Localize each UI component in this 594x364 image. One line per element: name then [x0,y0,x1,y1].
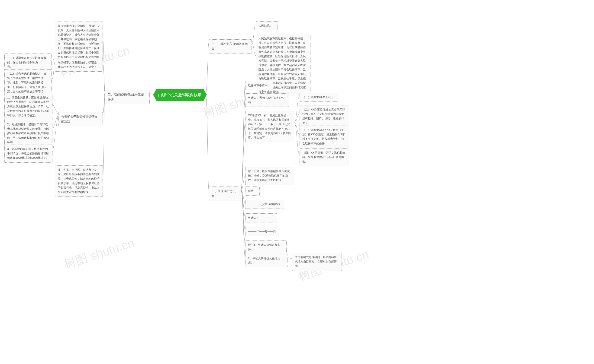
branch-3-item-2: 申请人：男/女 汉族 住址：电话： [245,93,289,107]
branch-2-title: 二、取保候审保证金标准是多少 [105,90,150,104]
branch-3-item-4: 综上所述，根据本案案情及相关法律、法规，XX符合取保候审的条件，请求贵局依法予以… [245,167,294,185]
branch-2-item-3-sub-3: 3、对其他刑事犯罪，根据案件的不同情况，保证金的数额标准可以确定在2000元以上… [4,145,53,163]
branch-3-item-10-sub: 大概的格式是这样的，具体内容情况请您自己更改，希望对您有所帮助 [292,253,342,271]
branch-3-item-9: 附：1、申请人身份证复印件； [245,240,287,254]
branch-2-item-3-sub-2: 2、对经济犯罪、侵犯财产犯罪或者其他造成财产损失的犯罪，可以按涉案数额或者直接财… [4,120,53,147]
branch-3-item-1: 取保候审申请书 [245,81,273,90]
branch-3-item-3-sub-4: （四）XX是初犯、偶犯，无犯罪前科，采取取保候审不具有社会危险性。 [300,148,349,166]
branch-3-item-3-sub-3: （三）本案中XXXXXX，根据《刑法》第234条规定，量刑幅度为3年以下有期徒刑… [300,126,349,148]
branch-1-item-1: 人民法院。 [256,21,278,30]
branch-3-item-3-sub-2: （二）XX到案后能够如实交代犯罪行为，且在公安机关抓捕的过程中没有拒绝、阻碍、抗… [300,105,349,128]
branch-3-item-3: XX涉嫌XX一案，贵局已立案侦查。现根据《中华人民共和国刑事诉讼法》第五十一条，… [245,111,294,142]
branch-3-title: 三、取保候审怎么写 [209,187,241,201]
watermark: 树图 shutu.cn [62,235,136,273]
branch-2-item-4: 注：各省、自治区、直辖市公安厅、局应当根据不同类型案件的性质、社会危害性，结合当… [55,165,103,197]
branch-2-item-3: 公安部关于取保候审保证金的规定： [59,112,103,126]
branch-3-item-6: ————公安局（检察院） [245,200,284,209]
branch-3-item-5: 此致 [245,187,260,195]
branch-3-item-10: 2、保证人的身份及住址情况。 [245,254,288,267]
branch-3-item-7: 申请人：———— [245,213,277,222]
branch-3-item-8: ———年——月——日 [245,227,279,236]
root-node: 由哪个机关撤销取保候审 [153,89,207,101]
branch-3-item-3-sub-1: （一）本案中XX系初犯； [300,93,338,102]
branch-2-item-3-sub-1: 1、保证金的数额，应当根据当地的经济发展水平、犯罪嫌疑人的经济状况以及案件的性质… [4,93,53,120]
branch-1-title: 一、由哪个机关撤销取保候审 [209,39,252,54]
branch-2-item-2-sub-1: （一）采取保证金形式取保候审的，保证金的起点数额为一千元。 [4,53,52,72]
branch-2-item-2: 取保候审具体要缴纳多少保证金，我国相关的法律作了以下规定： [55,58,103,72]
